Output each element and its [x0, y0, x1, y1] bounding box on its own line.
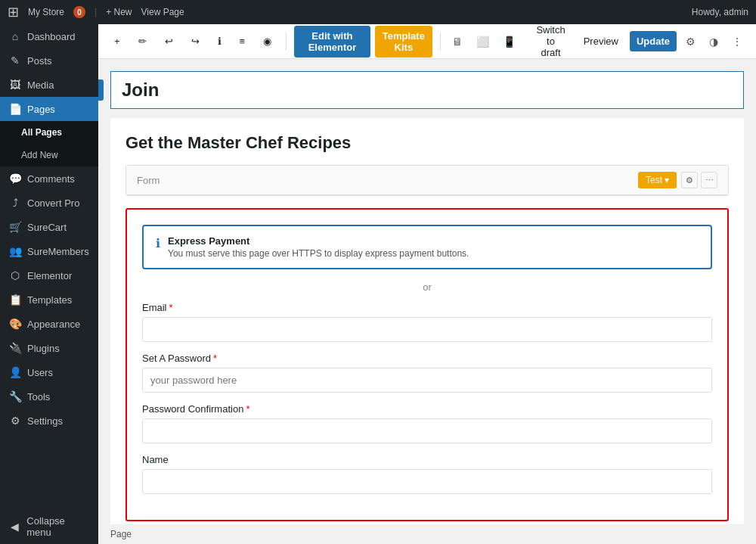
notifications-btn[interactable]: 0	[73, 6, 85, 18]
undo-btn[interactable]: ↩	[158, 31, 180, 51]
sidebar-item-all-pages[interactable]: All Pages	[0, 121, 98, 144]
settings-icon: ⚙	[9, 415, 21, 427]
surecart-icon: 🛒	[9, 221, 21, 233]
sidebar-item-pages[interactable]: 📄 Pages	[0, 97, 98, 121]
sidebar-item-tools[interactable]: 🔧 Tools	[0, 384, 98, 409]
password-confirm-required-star: *	[246, 403, 249, 415]
express-info-icon: ℹ	[156, 236, 160, 250]
list-btn[interactable]: ≡	[233, 31, 253, 51]
sidebar-item-convert-pro[interactable]: ⤴ Convert Pro	[0, 191, 98, 215]
template-kits-btn[interactable]: Template Kits	[375, 26, 432, 58]
express-payment-title: Express Payment	[168, 235, 469, 247]
add-new-label: Add New	[21, 150, 58, 160]
form-settings-btn[interactable]: ⚙	[681, 172, 698, 188]
form-more-btn[interactable]: ⋯	[701, 172, 717, 188]
sidebar-item-dashboard[interactable]: ⌂ Dashboard	[0, 24, 98, 48]
sidebar-item-posts[interactable]: ✎ Posts	[0, 48, 98, 73]
switch-to-draft-btn[interactable]: Switch to draft	[529, 24, 572, 63]
page-title-container: 👁	[110, 71, 744, 109]
sidebar-label-pages: Pages	[27, 104, 55, 115]
sidebar-label-tools: Tools	[27, 391, 50, 403]
new-btn[interactable]: + New	[106, 7, 132, 17]
editor-area: 👁 Get the Master Chef Recipes Form Test …	[98, 59, 756, 524]
toolbar-separator-2	[440, 33, 441, 51]
circle-btn[interactable]: ◉	[256, 31, 278, 51]
sidebar-item-plugins[interactable]: 🔌 Plugins	[0, 336, 98, 360]
page-title-input[interactable]	[122, 79, 733, 101]
sidebar-item-media[interactable]: 🖼 Media	[0, 73, 98, 97]
view-page-btn[interactable]: View Page	[141, 7, 184, 17]
gear-settings-btn[interactable]: ⚙	[681, 33, 700, 51]
sidebar-label-elementor: Elementor	[27, 270, 72, 281]
express-payment-text: Express Payment You must serve this page…	[168, 235, 469, 259]
sidebar-item-users[interactable]: 👤 Users	[0, 360, 98, 384]
howdy-label: Howdy, admin	[692, 7, 748, 17]
plugins-icon: 🔌	[9, 342, 21, 354]
test-btn[interactable]: Test ▾	[638, 172, 677, 188]
templates-icon: 📋	[9, 294, 21, 306]
dashboard-icon: ⌂	[9, 30, 21, 42]
email-input[interactable]	[142, 317, 712, 342]
pages-submenu: All Pages Add New	[0, 121, 98, 166]
edit-with-elementor-btn[interactable]: Edit with Elementor	[294, 26, 370, 58]
pen-icon: ✏	[138, 36, 147, 47]
notification-count: 0	[73, 6, 85, 18]
collapse-icon: ◀	[9, 521, 20, 533]
sidebar-label-settings: Settings	[27, 415, 63, 427]
convert-pro-icon: ⤴	[9, 197, 21, 209]
password-confirm-input[interactable]	[142, 418, 712, 443]
circle-icon: ◉	[263, 36, 271, 47]
sidebar-item-elementor[interactable]: ⬡ Elementor	[0, 263, 98, 288]
preview-btn[interactable]: Preview	[577, 31, 625, 51]
suremembers-icon: 👥	[9, 245, 21, 257]
tablet-icon: ⬜	[476, 36, 489, 48]
desktop-view-btn[interactable]: 🖥	[448, 33, 467, 51]
sidebar-item-comments[interactable]: 💬 Comments	[0, 166, 98, 191]
admin-bar: ⊞ My Store 0 | + New View Page Howdy, ad…	[0, 0, 756, 24]
form-block-header: Form Test ▾ ⚙ ⋯	[126, 166, 728, 195]
password-field-group: Set A Password *	[142, 353, 712, 393]
express-payment-description: You must serve this page over HTTPS to d…	[168, 248, 469, 259]
gear-icon: ⚙	[686, 36, 696, 48]
surecart-form: ℹ Express Payment You must serve this pa…	[125, 208, 729, 521]
sidebar-item-suremembers[interactable]: 👥 SureMembers	[0, 239, 98, 263]
sidebar-label-surecart: SureCart	[27, 222, 67, 233]
test-chevron-icon: ▾	[665, 175, 669, 185]
sidebar-label-posts: Posts	[27, 55, 52, 67]
user-circle-btn[interactable]: ◑	[705, 33, 723, 51]
password-input[interactable]	[142, 368, 712, 393]
store-name[interactable]: My Store	[28, 7, 64, 17]
mobile-view-btn[interactable]: 📱	[498, 33, 520, 51]
tablet-view-btn[interactable]: ⬜	[472, 33, 494, 51]
form-label: Form	[137, 175, 160, 186]
main-layout: ⌂ Dashboard ✎ Posts 🖼 Media 📄 Pages All …	[0, 24, 756, 544]
name-field-group: Name	[142, 454, 712, 494]
more-options-btn[interactable]: ⋮	[727, 33, 747, 51]
redo-btn[interactable]: ↪	[184, 31, 206, 51]
toolbar-right: Switch to draft Preview Update ⚙ ◑ ⋮	[529, 24, 747, 63]
email-label: Email *	[142, 302, 712, 313]
visibility-toggle-btn[interactable]: 👁	[98, 79, 104, 101]
section-heading: Get the Master Chef Recipes	[125, 133, 729, 153]
sidebar-item-settings[interactable]: ⚙ Settings	[0, 409, 98, 433]
password-confirm-label: Password Confirmation *	[142, 403, 712, 415]
form-settings-icon: ⚙	[686, 176, 693, 185]
or-divider: or	[142, 281, 712, 293]
desktop-icon: 🖥	[452, 36, 463, 48]
add-block-btn[interactable]: +	[107, 31, 127, 51]
pen-btn[interactable]: ✏	[132, 31, 153, 51]
sidebar-item-appearance[interactable]: 🎨 Appearance	[0, 312, 98, 336]
media-icon: 🖼	[9, 79, 21, 91]
name-input[interactable]	[142, 469, 712, 494]
content-section: Get the Master Chef Recipes Form Test ▾	[110, 118, 744, 524]
info-btn[interactable]: ℹ	[211, 31, 228, 51]
update-btn[interactable]: Update	[630, 31, 677, 51]
sidebar-item-surecart[interactable]: 🛒 SureCart	[0, 215, 98, 239]
sidebar-item-templates[interactable]: 📋 Templates	[0, 288, 98, 312]
password-confirm-field-group: Password Confirmation *	[142, 403, 712, 443]
sidebar-item-add-new[interactable]: Add New	[0, 144, 98, 166]
collapse-menu-btn[interactable]: ◀ Collapse menu	[0, 509, 98, 544]
form-block: Form Test ▾ ⚙ ⋯	[125, 165, 729, 196]
redo-icon: ↪	[191, 36, 200, 47]
sidebar-label-dashboard: Dashboard	[27, 31, 76, 42]
